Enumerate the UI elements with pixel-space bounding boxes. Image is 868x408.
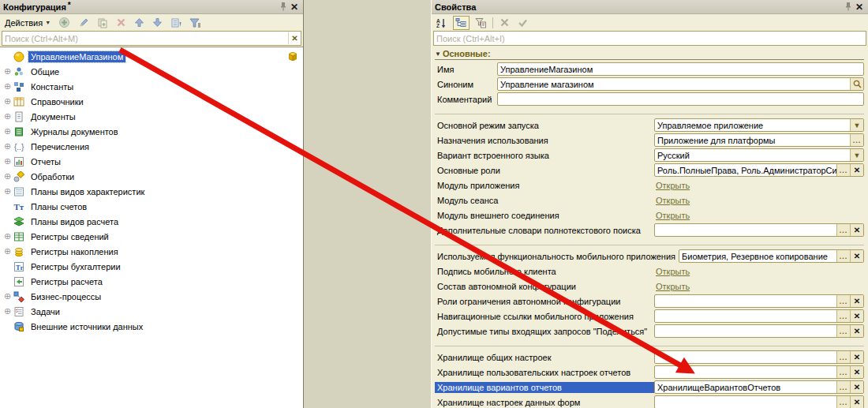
expand-icon[interactable]: ⊕ [2,112,13,121]
copy-button[interactable] [95,16,110,30]
property-row-standalone-restriction-roles[interactable]: Роли ограничения автономной конфигурации… [435,294,864,309]
property-value-field[interactable]: Приложение для платформы... [654,133,864,147]
tree-item-catalogs[interactable]: ⊕Справочники [0,94,303,109]
property-value-field[interactable]: Биометрия, Резервное копирование...✕ [679,249,864,263]
clear-value-button[interactable]: ✕ [850,381,863,393]
clear-value-button[interactable]: ✕ [850,366,863,378]
clear-value-button[interactable]: ✕ [850,224,863,236]
property-row-language-variant[interactable]: Вариант встроенного языкаРусский▼ [435,148,864,163]
categories-button[interactable] [453,16,470,30]
ellipsis-button[interactable]: ... [836,396,850,408]
property-row-mobile-client-signature[interactable]: Подпись мобильного клиентаОткрыть [435,264,864,279]
close-icon[interactable]: ✕ [854,2,865,13]
property-row-common-settings-storage[interactable]: Хранилище общих настроек...✕ [435,350,864,365]
tree-item-accounting-registers[interactable]: ТгРегистры бухгалтерии [0,259,303,274]
property-value-field[interactable]: Управление магазином [497,77,864,91]
clear-value-button[interactable]: ✕ [850,310,863,322]
section-header-main[interactable]: ▼Основные: [435,48,864,60]
property-row-share-request-types[interactable]: Допустимые типы входящих запросов "Подел… [435,324,864,339]
expand-icon[interactable]: ⊕ [2,82,13,91]
search-clear-icon[interactable]: ✕ [288,32,301,44]
property-value-field[interactable] [497,92,864,106]
tree-search-input[interactable] [2,34,288,43]
pin-icon[interactable] [278,2,289,13]
tree-item-characteristic-type-plans[interactable]: ⊕Планы видов характеристик [0,184,303,199]
close-icon[interactable]: ✕ [289,2,300,13]
property-row-report-variants-storage[interactable]: Хранилище вариантов отчетовХранилищеВари… [435,380,864,395]
pin-icon[interactable] [843,2,854,13]
clear-value-button[interactable]: ✕ [850,164,863,176]
expand-icon[interactable]: ⊕ [2,97,13,106]
tree-item-enumerations[interactable]: ⊕{..}Перечисления [0,139,303,154]
expand-icon[interactable]: ⊕ [2,307,13,316]
property-row-synonym[interactable]: СинонимУправление магазином [435,77,864,92]
tree-item-business-processes[interactable]: ⊕Бизнес-процессы [0,289,303,304]
expand-icon[interactable]: ⊕ [2,292,13,301]
property-row-usage-purpose[interactable]: Назначения использованияПриложение для п… [435,133,864,148]
property-value-field[interactable]: УправлениеМагазином [497,62,864,76]
actions-menu-button[interactable]: Действия ▼ [2,16,53,30]
ellipsis-button[interactable]: ... [836,164,850,176]
property-value-field[interactable]: ХранилищеВариантовОтчетов...✕ [654,380,864,394]
tree-item-constants[interactable]: ⊕Константы [0,79,303,94]
property-row-default-roles[interactable]: Основные ролиРоль.ПолныеПрава, Роль.Адми… [435,163,864,178]
expand-icon[interactable]: ⊕ [2,232,13,241]
clear-value-button[interactable]: ✕ [850,325,863,337]
expand-icon[interactable]: ⊕ [2,187,13,196]
clear-button[interactable] [497,16,512,30]
ellipsis-button[interactable]: ... [836,310,850,322]
move-down-button[interactable] [150,16,165,30]
tree-item-calculation-type-plans[interactable]: Планы видов расчета [0,214,303,229]
tree-item-reports[interactable]: ⊕Отчеты [0,154,303,169]
property-value-field[interactable]: Роль.ПолныеПрава, Роль.АдминистраторСис.… [654,163,864,177]
properties-search-input[interactable] [434,34,866,43]
open-link[interactable]: Открыть [656,282,690,291]
tree-item-external-data-sources[interactable]: Внешние источники данных [0,319,303,334]
props-filter-button[interactable] [473,16,488,30]
tree-item-documents[interactable]: ⊕Документы [0,109,303,124]
property-value-field[interactable]: ...✕ [654,324,864,338]
tree-item-accumulation-registers[interactable]: ⊕Регистры накопления [0,244,303,259]
property-value-field[interactable]: Управляемое приложение▼ [654,118,864,132]
magnifier-icon[interactable] [850,78,863,90]
ellipsis-button[interactable]: ... [836,351,850,363]
tree-item-common[interactable]: ⊕Общие [0,64,303,79]
ellipsis-button[interactable]: ... [850,134,863,146]
property-value-field[interactable]: Русский▼ [654,148,864,162]
expand-icon[interactable]: ⊕ [2,67,13,76]
property-row-report-user-settings-storage[interactable]: Хранилище пользовательских настроек отче… [435,365,864,380]
property-row-comment[interactable]: Комментарий [435,92,864,107]
property-value-field[interactable]: ...✕ [654,294,864,308]
tree-item-data-processors[interactable]: ⊕Обработки [0,169,303,184]
property-value-field[interactable]: ...✕ [654,223,864,237]
clear-value-button[interactable]: ✕ [850,351,863,363]
property-value-field[interactable]: ...✕ [654,350,864,364]
ellipsis-button[interactable]: ... [836,381,850,393]
open-link[interactable]: Открыть [656,211,690,220]
open-link[interactable]: Открыть [656,196,690,205]
tree-item-root[interactable]: УправлениеМагазином [0,49,303,64]
tree-item-document-journals[interactable]: ⊕Журналы документов [0,124,303,139]
tree-item-calculation-registers[interactable]: Регистры расчета [0,274,303,289]
tree-item-chart-of-accounts-plans[interactable]: ТтПланы счетов [0,199,303,214]
property-row-external-connection-module[interactable]: Модуль внешнего соединенияОткрыть [435,208,864,223]
dropdown-arrow-icon[interactable]: ▼ [850,149,863,161]
property-row-session-module[interactable]: Модуль сеансаОткрыть [435,193,864,208]
ellipsis-button[interactable]: ... [836,325,850,337]
property-row-mobile-navigation-links[interactable]: Навигационные ссылки мобильного приложен… [435,309,864,324]
ellipsis-button[interactable]: ... [836,366,850,378]
property-row-fulltext-dictionaries[interactable]: Дополнительные словари полнотекстового п… [435,223,864,238]
expand-icon[interactable]: ⊕ [2,142,13,151]
expand-icon[interactable]: ⊕ [2,247,13,256]
tree-item-tasks[interactable]: ⊕Задачи [0,304,303,319]
property-row-application-module[interactable]: Модуль приложенияОткрыть [435,178,864,193]
open-link[interactable]: Открыть [656,267,690,276]
ellipsis-button[interactable]: ... [836,224,850,236]
sort-az-button[interactable]: AZ [434,16,450,30]
property-value-field[interactable]: ...✕ [654,309,864,323]
ellipsis-button[interactable]: ... [836,295,850,307]
property-value-field[interactable]: ...✕ [654,395,864,408]
apply-button[interactable] [515,16,530,30]
property-row-form-data-settings-storage[interactable]: Хранилище настроек данных форм...✕ [435,395,864,408]
clear-value-button[interactable]: ✕ [850,250,863,262]
